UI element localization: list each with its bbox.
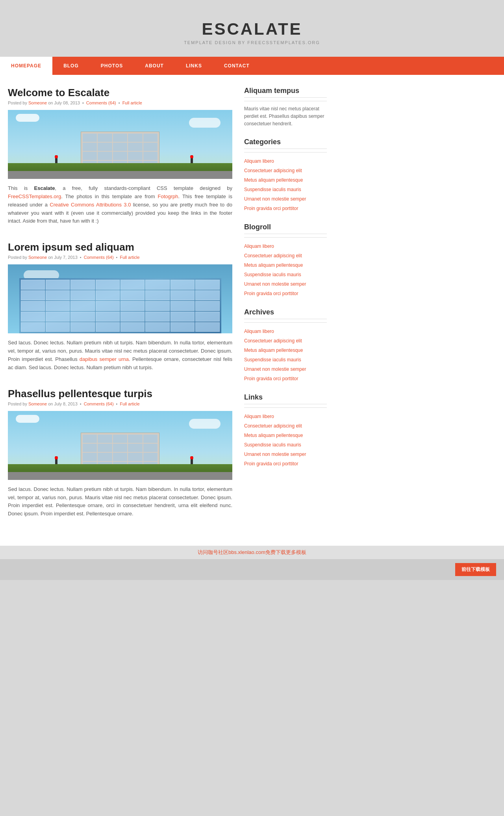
site-tagline: TEMPLATE DESIGN BY FREECSSTEMPLATES.ORG (0, 40, 504, 45)
article-2-body: Sed lacus. Donec lectus. Nullam pretium … (8, 339, 232, 372)
nav-item-contact[interactable]: CONTACT (213, 57, 261, 75)
sidebar-intro-text: Mauris vitae nisl nec metus placerat per… (244, 105, 327, 128)
sidebar-links-title: Links (244, 393, 327, 404)
content-area: Welcome to Escalate Posted by Someone on… (8, 87, 232, 534)
sidebar-archives-title: Archives (244, 308, 327, 319)
sidebar-links-link-1[interactable]: Consectetuer adipiscing elit (244, 421, 327, 431)
article-1-body: This is Escalate, a free, fully standard… (8, 184, 232, 225)
sidebar-blogroll-link-2[interactable]: Metus aliquam pellentesque (244, 260, 327, 270)
article-2-image (8, 264, 232, 333)
article-1-meta: Posted by Someone on July 08, 2013 • Com… (8, 100, 232, 105)
article-3: Phasellus pellentesque turpis Posted by … (8, 388, 232, 518)
article-1: Welcome to Escalate Posted by Someone on… (8, 87, 232, 225)
main-container: Welcome to Escalate Posted by Someone on… (0, 75, 504, 546)
fotogrph-link[interactable]: Fotogrph (158, 193, 178, 199)
article-2-meta: Posted by Someone on July 7, 2013 • Comm… (8, 255, 232, 260)
article-3-meta: Posted by Someone on July 8, 2013 • Comm… (8, 401, 232, 406)
sidebar-links-link-5[interactable]: Proin gravida orci porttitor (244, 459, 327, 468)
nav-bar: HOMEPAGE BLOG PHOTOS ABOUT LINKS CONTACT (0, 57, 504, 75)
dapibus-link[interactable]: dapibus semper urna (80, 356, 129, 362)
sidebar: Aliquam tempus Mauris vitae nisl nec met… (244, 87, 327, 534)
article-3-full[interactable]: Full article (120, 401, 140, 406)
sidebar-archives-link-3[interactable]: Suspendisse iaculis mauris (244, 355, 327, 364)
sidebar-categories-link-1[interactable]: Consectetuer adipiscing elit (244, 166, 327, 175)
sidebar-links-divider (244, 407, 327, 408)
article-1-image (8, 110, 232, 179)
sidebar-blogroll-divider (244, 237, 327, 238)
cc-link[interactable]: Creative Commons Attributions 3.0 (50, 202, 131, 208)
download-button[interactable]: 前往下载模板 (455, 563, 496, 576)
sidebar-categories-link-4[interactable]: Urnanet non molestie semper (244, 194, 327, 204)
sidebar-intro: Aliquam tempus Mauris vitae nisl nec met… (244, 87, 327, 128)
footer-watermark: 访问咖号社区bbs.xlenlao.com免费下载更多模板 (0, 546, 504, 559)
article-1-comments[interactable]: Comments (64) (86, 100, 116, 105)
nav-item-links[interactable]: LINKS (175, 57, 213, 75)
sidebar-intro-title: Aliquam tempus (244, 87, 327, 98)
article-1-title: Welcome to Escalate (8, 87, 232, 99)
article-2-comments[interactable]: Comments (64) (84, 255, 114, 260)
sidebar-blogroll: Blogroll Aliquam libero Consectetuer adi… (244, 223, 327, 298)
sidebar-archives-link-1[interactable]: Consectetuer adipiscing elit (244, 336, 327, 346)
sidebar-archives-link-4[interactable]: Urnanet non molestie semper (244, 364, 327, 374)
sidebar-blogroll-link-4[interactable]: Urnanet non molestie semper (244, 279, 327, 289)
page-wrapper: ESCALATE TEMPLATE DESIGN BY FREECSSTEMPL… (0, 0, 504, 580)
article-2: Lorem ipsum sed aliquam Posted by Someon… (8, 241, 232, 372)
sidebar-archives-link-0[interactable]: Aliquam libero (244, 327, 327, 336)
sidebar-links-link-0[interactable]: Aliquam libero (244, 412, 327, 421)
sidebar-archives: Archives Aliquam libero Consectetuer adi… (244, 308, 327, 383)
nav-item-about[interactable]: ABOUT (134, 57, 175, 75)
article-3-body: Sed lacus. Donec lectus. Nullam pretium … (8, 485, 232, 518)
sidebar-blogroll-link-5[interactable]: Proin gravida orci porttitor (244, 289, 327, 298)
article-2-author[interactable]: Someone (28, 255, 47, 260)
sidebar-archives-link-2[interactable]: Metus aliquam pellentesque (244, 346, 327, 355)
article-1-full[interactable]: Full article (122, 100, 142, 105)
article-2-title: Lorem ipsum sed aliquam (8, 241, 232, 253)
sidebar-categories-title: Categories (244, 138, 327, 149)
nav-item-homepage[interactable]: HOMEPAGE (0, 57, 52, 75)
freecss-link[interactable]: FreeCSSTemplates.org (8, 193, 61, 199)
article-3-author[interactable]: Someone (28, 401, 47, 406)
sidebar-blogroll-link-3[interactable]: Suspendisse iaculis mauris (244, 270, 327, 279)
article-2-full[interactable]: Full article (120, 255, 140, 260)
site-header: ESCALATE TEMPLATE DESIGN BY FREECSSTEMPL… (0, 12, 504, 51)
article-3-title: Phasellus pellentesque turpis (8, 388, 232, 400)
sidebar-links-link-3[interactable]: Suspendisse iaculis mauris (244, 440, 327, 450)
footer-bar: 前往下载模板 (0, 559, 504, 580)
sidebar-archives-divider (244, 322, 327, 323)
sidebar-categories: Categories Aliquam libero Consectetuer a… (244, 138, 327, 213)
sidebar-categories-link-2[interactable]: Metus aliquam pellentesque (244, 175, 327, 185)
sidebar-blogroll-title: Blogroll (244, 223, 327, 234)
article-1-author[interactable]: Someone (28, 100, 47, 105)
sidebar-categories-link-5[interactable]: Proin gravida orci porttitor (244, 204, 327, 213)
sidebar-categories-divider (244, 152, 327, 152)
sidebar-blogroll-link-0[interactable]: Aliquam libero (244, 242, 327, 251)
site-title: ESCALATE (0, 20, 504, 39)
sidebar-archives-link-5[interactable]: Proin gravida orci porttitor (244, 374, 327, 383)
sidebar-links: Links Aliquam libero Consectetuer adipis… (244, 393, 327, 468)
sidebar-categories-link-3[interactable]: Suspendisse iaculis mauris (244, 185, 327, 194)
article-3-comments[interactable]: Comments (64) (84, 401, 114, 406)
sidebar-links-link-2[interactable]: Metus aliquam pellentesque (244, 431, 327, 440)
nav-item-blog[interactable]: BLOG (52, 57, 90, 75)
sidebar-categories-link-0[interactable]: Aliquam libero (244, 156, 327, 166)
sidebar-blogroll-link-1[interactable]: Consectetuer adipiscing elit (244, 251, 327, 260)
sidebar-intro-divider (244, 101, 327, 101)
article-3-image (8, 411, 232, 480)
nav-item-photos[interactable]: PHOTOS (90, 57, 134, 75)
sidebar-links-link-4[interactable]: Urnanet non molestie semper (244, 450, 327, 459)
